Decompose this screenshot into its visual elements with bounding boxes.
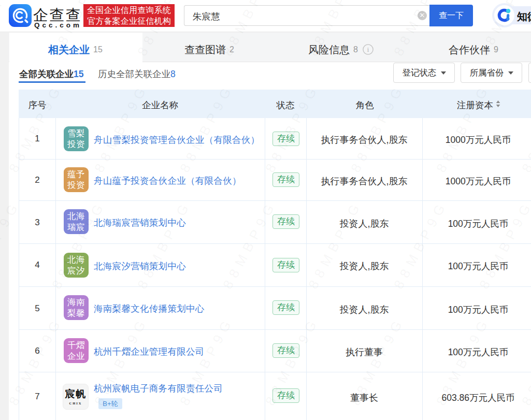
svg-text:i: i bbox=[367, 46, 369, 53]
